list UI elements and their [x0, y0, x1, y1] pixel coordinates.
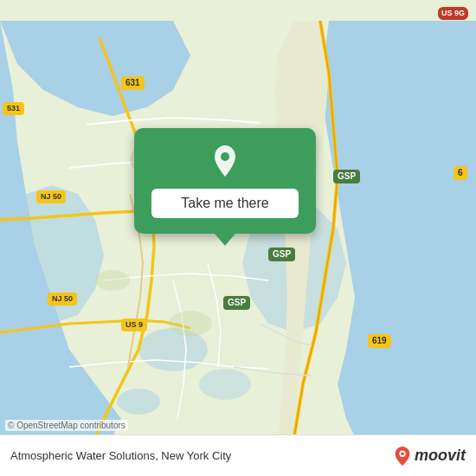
svg-point-3 — [117, 389, 160, 415]
badge-us9: US 9 — [121, 318, 147, 331]
badge-gsp2: GSP — [268, 248, 295, 261]
badge-r619: 619 — [368, 334, 391, 348]
moovit-wordmark: moovit — [415, 447, 466, 465]
take-me-there-button[interactable]: Take me there — [151, 189, 299, 218]
badge-us9g: US 9G — [438, 7, 468, 20]
location-label: Atmospheric Water Solutions, New York Ci… — [10, 449, 231, 462]
moovit-pin-icon — [394, 446, 411, 466]
badge-r531: 531 — [3, 102, 24, 115]
bottom-bar: Atmospheric Water Solutions, New York Ci… — [0, 434, 476, 476]
badge-gsp3: GSP — [223, 296, 250, 310]
moovit-logo: moovit — [394, 446, 466, 466]
badge-nj50a: NJ 50 — [36, 190, 66, 203]
svg-point-5 — [169, 311, 212, 337]
badge-gsp1: GSP — [333, 170, 360, 183]
svg-point-8 — [221, 152, 229, 161]
location-pin-icon — [206, 142, 244, 180]
svg-point-2 — [199, 369, 251, 400]
badge-nj50b: NJ 50 — [48, 293, 77, 306]
map-background — [0, 0, 476, 476]
badge-r6: 6 — [453, 166, 467, 180]
copyright-text: © OpenStreetMap contributors — [5, 420, 128, 431]
svg-point-10 — [401, 452, 404, 455]
map-container: US 9G 631 531 GSP GSP GSP NJ 50 NJ 50 US… — [0, 0, 476, 476]
popup-card: Take me there — [134, 128, 316, 234]
svg-point-6 — [95, 270, 130, 291]
badge-r631: 631 — [121, 76, 145, 90]
